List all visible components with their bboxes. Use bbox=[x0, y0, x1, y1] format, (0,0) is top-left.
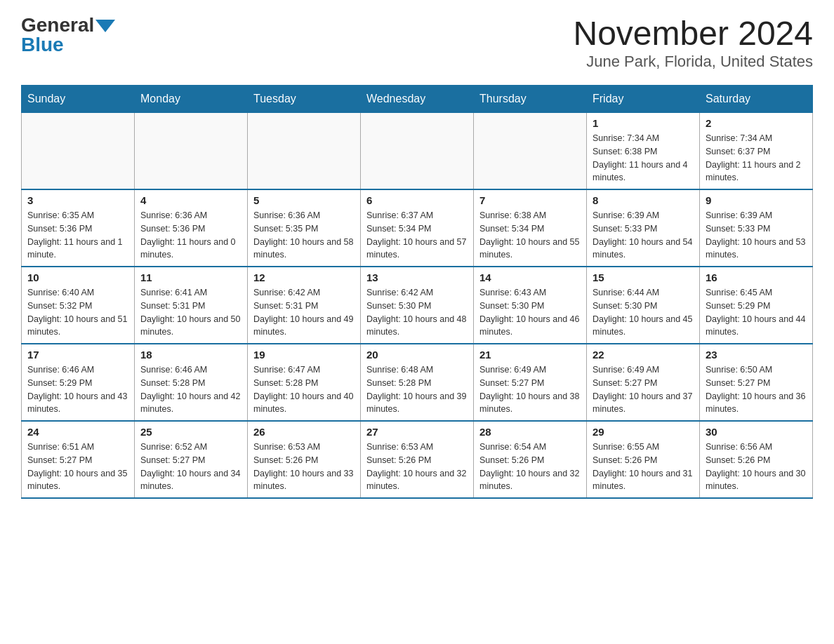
header-thursday: Thursday bbox=[474, 86, 587, 113]
day-info: Sunrise: 6:43 AMSunset: 5:30 PMDaylight:… bbox=[479, 286, 581, 339]
day-info: Sunrise: 6:35 AMSunset: 5:36 PMDaylight:… bbox=[27, 209, 128, 262]
day-info: Sunrise: 6:54 AMSunset: 5:26 PMDaylight:… bbox=[479, 441, 581, 493]
week-row-4: 24Sunrise: 6:51 AMSunset: 5:27 PMDayligh… bbox=[22, 421, 813, 498]
day-number: 21 bbox=[479, 349, 581, 361]
title-block: November 2024 June Park, Florida, United… bbox=[573, 14, 813, 71]
calendar-cell: 8Sunrise: 6:39 AMSunset: 5:33 PMDaylight… bbox=[587, 189, 700, 267]
page-title: November 2024 bbox=[573, 14, 813, 53]
day-number: 19 bbox=[253, 349, 355, 361]
calendar-cell bbox=[22, 113, 135, 190]
calendar-body: 1Sunrise: 7:34 AMSunset: 6:38 PMDaylight… bbox=[22, 113, 813, 499]
day-info: Sunrise: 6:44 AMSunset: 5:30 PMDaylight:… bbox=[593, 286, 694, 339]
header-saturday: Saturday bbox=[700, 86, 813, 113]
calendar-cell: 14Sunrise: 6:43 AMSunset: 5:30 PMDayligh… bbox=[474, 267, 587, 344]
header-row: Sunday Monday Tuesday Wednesday Thursday… bbox=[22, 86, 813, 113]
day-number: 24 bbox=[27, 426, 128, 438]
calendar-cell: 1Sunrise: 7:34 AMSunset: 6:38 PMDaylight… bbox=[587, 113, 700, 190]
day-info: Sunrise: 6:47 AMSunset: 5:28 PMDaylight:… bbox=[253, 363, 355, 416]
day-number: 18 bbox=[140, 349, 241, 361]
day-info: Sunrise: 6:51 AMSunset: 5:27 PMDaylight:… bbox=[27, 441, 128, 493]
logo: General Blue bbox=[21, 14, 115, 56]
day-info: Sunrise: 6:39 AMSunset: 5:33 PMDaylight:… bbox=[593, 209, 694, 262]
day-number: 6 bbox=[366, 194, 468, 206]
calendar-cell: 6Sunrise: 6:37 AMSunset: 5:34 PMDaylight… bbox=[361, 189, 474, 267]
calendar-cell: 18Sunrise: 6:46 AMSunset: 5:28 PMDayligh… bbox=[135, 344, 248, 421]
day-info: Sunrise: 6:55 AMSunset: 5:26 PMDaylight:… bbox=[593, 441, 694, 493]
day-number: 17 bbox=[27, 349, 128, 361]
day-info: Sunrise: 6:37 AMSunset: 5:34 PMDaylight:… bbox=[366, 209, 468, 262]
header-wednesday: Wednesday bbox=[361, 86, 474, 113]
calendar-cell: 27Sunrise: 6:53 AMSunset: 5:26 PMDayligh… bbox=[361, 421, 474, 498]
day-number: 15 bbox=[593, 271, 694, 283]
day-info: Sunrise: 6:50 AMSunset: 5:27 PMDaylight:… bbox=[706, 363, 807, 416]
day-number: 14 bbox=[479, 271, 581, 283]
page-subtitle: June Park, Florida, United States bbox=[573, 53, 813, 71]
day-info: Sunrise: 6:52 AMSunset: 5:27 PMDaylight:… bbox=[140, 441, 241, 493]
day-number: 9 bbox=[706, 194, 807, 206]
day-number: 27 bbox=[366, 426, 468, 438]
day-number: 1 bbox=[593, 117, 694, 129]
calendar-cell: 11Sunrise: 6:41 AMSunset: 5:31 PMDayligh… bbox=[135, 267, 248, 344]
calendar-cell: 10Sunrise: 6:40 AMSunset: 5:32 PMDayligh… bbox=[22, 267, 135, 344]
day-number: 10 bbox=[27, 271, 128, 283]
day-info: Sunrise: 6:42 AMSunset: 5:30 PMDaylight:… bbox=[366, 286, 468, 339]
day-info: Sunrise: 6:49 AMSunset: 5:27 PMDaylight:… bbox=[593, 363, 694, 416]
day-info: Sunrise: 6:45 AMSunset: 5:29 PMDaylight:… bbox=[706, 286, 807, 339]
calendar-cell: 5Sunrise: 6:36 AMSunset: 5:35 PMDaylight… bbox=[248, 189, 361, 267]
header-tuesday: Tuesday bbox=[248, 86, 361, 113]
day-number: 13 bbox=[366, 271, 468, 283]
page-header: General Blue November 2024 June Park, Fl… bbox=[21, 14, 813, 71]
calendar-cell: 29Sunrise: 6:55 AMSunset: 5:26 PMDayligh… bbox=[587, 421, 700, 498]
day-info: Sunrise: 6:40 AMSunset: 5:32 PMDaylight:… bbox=[27, 286, 128, 339]
day-info: Sunrise: 6:36 AMSunset: 5:35 PMDaylight:… bbox=[253, 209, 355, 262]
calendar-cell: 24Sunrise: 6:51 AMSunset: 5:27 PMDayligh… bbox=[22, 421, 135, 498]
calendar-cell: 4Sunrise: 6:36 AMSunset: 5:36 PMDaylight… bbox=[135, 189, 248, 267]
header-monday: Monday bbox=[135, 86, 248, 113]
day-number: 20 bbox=[366, 349, 468, 361]
calendar-cell: 28Sunrise: 6:54 AMSunset: 5:26 PMDayligh… bbox=[474, 421, 587, 498]
week-row-0: 1Sunrise: 7:34 AMSunset: 6:38 PMDaylight… bbox=[22, 113, 813, 190]
calendar-cell bbox=[135, 113, 248, 190]
day-number: 2 bbox=[706, 117, 807, 129]
day-info: Sunrise: 6:38 AMSunset: 5:34 PMDaylight:… bbox=[479, 209, 581, 262]
day-number: 28 bbox=[479, 426, 581, 438]
calendar-cell: 17Sunrise: 6:46 AMSunset: 5:29 PMDayligh… bbox=[22, 344, 135, 421]
day-number: 4 bbox=[140, 194, 241, 206]
calendar-cell: 20Sunrise: 6:48 AMSunset: 5:28 PMDayligh… bbox=[361, 344, 474, 421]
calendar-cell: 30Sunrise: 6:56 AMSunset: 5:26 PMDayligh… bbox=[700, 421, 813, 498]
day-info: Sunrise: 6:42 AMSunset: 5:31 PMDaylight:… bbox=[253, 286, 355, 339]
day-info: Sunrise: 6:46 AMSunset: 5:29 PMDaylight:… bbox=[27, 363, 128, 416]
logo-triangle-icon bbox=[95, 20, 115, 32]
day-number: 25 bbox=[140, 426, 241, 438]
day-number: 23 bbox=[706, 349, 807, 361]
week-row-2: 10Sunrise: 6:40 AMSunset: 5:32 PMDayligh… bbox=[22, 267, 813, 344]
day-number: 3 bbox=[27, 194, 128, 206]
day-info: Sunrise: 6:49 AMSunset: 5:27 PMDaylight:… bbox=[479, 363, 581, 416]
day-info: Sunrise: 6:41 AMSunset: 5:31 PMDaylight:… bbox=[140, 286, 241, 339]
calendar-cell: 2Sunrise: 7:34 AMSunset: 6:37 PMDaylight… bbox=[700, 113, 813, 190]
day-number: 8 bbox=[593, 194, 694, 206]
day-info: Sunrise: 6:46 AMSunset: 5:28 PMDaylight:… bbox=[140, 363, 241, 416]
logo-blue-text: Blue bbox=[21, 34, 64, 55]
day-info: Sunrise: 7:34 AMSunset: 6:38 PMDaylight:… bbox=[593, 132, 694, 185]
calendar-cell: 26Sunrise: 6:53 AMSunset: 5:26 PMDayligh… bbox=[248, 421, 361, 498]
week-row-3: 17Sunrise: 6:46 AMSunset: 5:29 PMDayligh… bbox=[22, 344, 813, 421]
day-number: 26 bbox=[253, 426, 355, 438]
calendar-cell bbox=[474, 113, 587, 190]
calendar-cell: 12Sunrise: 6:42 AMSunset: 5:31 PMDayligh… bbox=[248, 267, 361, 344]
calendar-cell: 9Sunrise: 6:39 AMSunset: 5:33 PMDaylight… bbox=[700, 189, 813, 267]
week-row-1: 3Sunrise: 6:35 AMSunset: 5:36 PMDaylight… bbox=[22, 189, 813, 267]
day-number: 30 bbox=[706, 426, 807, 438]
calendar-table: Sunday Monday Tuesday Wednesday Thursday… bbox=[21, 85, 813, 499]
calendar-cell: 22Sunrise: 6:49 AMSunset: 5:27 PMDayligh… bbox=[587, 344, 700, 421]
day-number: 12 bbox=[253, 271, 355, 283]
day-info: Sunrise: 6:48 AMSunset: 5:28 PMDaylight:… bbox=[366, 363, 468, 416]
calendar-cell bbox=[361, 113, 474, 190]
calendar-cell bbox=[248, 113, 361, 190]
header-sunday: Sunday bbox=[22, 86, 135, 113]
header-friday: Friday bbox=[587, 86, 700, 113]
day-info: Sunrise: 6:39 AMSunset: 5:33 PMDaylight:… bbox=[706, 209, 807, 262]
day-info: Sunrise: 6:53 AMSunset: 5:26 PMDaylight:… bbox=[366, 441, 468, 493]
calendar-cell: 13Sunrise: 6:42 AMSunset: 5:30 PMDayligh… bbox=[361, 267, 474, 344]
day-number: 11 bbox=[140, 271, 241, 283]
